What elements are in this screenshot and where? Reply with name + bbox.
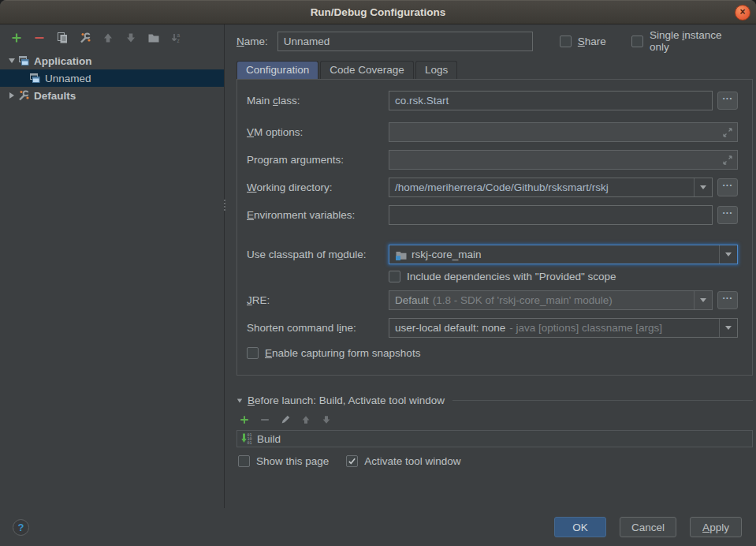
program-arguments-label: Program arguments: [247, 154, 389, 166]
vm-options-row: VM options: [247, 122, 738, 142]
create-folder-button[interactable] [147, 32, 160, 44]
tab-logs[interactable]: Logs [415, 61, 457, 79]
copy-configuration-button[interactable] [56, 32, 69, 44]
move-down-button[interactable] [125, 32, 137, 44]
chevron-down-icon [725, 326, 732, 330]
environment-variables-row: Environment variables: ... [247, 205, 738, 225]
use-classpath-combo[interactable]: rskj-core_main [389, 245, 738, 264]
expand-collapse-arrow[interactable] [6, 58, 17, 63]
application-icon [28, 72, 41, 84]
shorten-command-line-label: Shorten command line: [247, 322, 389, 334]
expand-field-icon[interactable] [721, 126, 734, 139]
run-debug-configurations-dialog: Run/Debug Configurations × [0, 0, 756, 546]
configurations-tree: Application Unnamed Defaults [0, 52, 224, 104]
edit-defaults-button[interactable] [79, 32, 91, 44]
jre-row: JRE: Default (1.8 - SDK of 'rskj-core_ma… [247, 290, 738, 310]
before-launch-add-button[interactable] [239, 414, 250, 425]
help-button[interactable]: ? [13, 519, 29, 536]
arrow-up-icon [102, 32, 114, 44]
main-class-row: Main class: co.rsk.Start ... [247, 91, 738, 110]
add-configuration-button[interactable] [10, 32, 23, 44]
close-button[interactable]: × [735, 5, 750, 21]
include-provided-checkbox[interactable] [389, 271, 400, 282]
working-directory-row: Working directory: /home/meriherrera/Cod… [247, 178, 738, 197]
module-icon [395, 249, 408, 261]
add-icon [10, 32, 23, 44]
tree-node-application[interactable]: Application [0, 52, 224, 69]
use-classpath-row: Use classpath of module: rskj-core_main [247, 245, 738, 264]
configurations-sidebar: az Application Unnamed [0, 24, 225, 508]
main-class-browse-button[interactable]: ... [717, 92, 738, 110]
include-provided-row: Include dependencies with "Provided" sco… [247, 271, 738, 282]
close-icon: × [739, 6, 745, 17]
ok-button[interactable]: OK [554, 517, 606, 537]
wrench-icon [79, 32, 91, 44]
environment-variables-browse-button[interactable]: ... [717, 206, 738, 224]
arrow-up-icon [300, 414, 311, 425]
dropdown-arrow-button[interactable] [694, 291, 712, 309]
build-icon: 011001 [240, 432, 253, 445]
before-launch-task-build[interactable]: 011001 Build [236, 430, 753, 447]
chevron-down-icon [9, 58, 15, 63]
configuration-editor: Name: Share Single instance only Configu… [225, 24, 756, 508]
dropdown-arrow-button[interactable] [694, 178, 712, 196]
before-launch-move-down-button[interactable] [321, 414, 332, 425]
single-instance-label: Single instance only [650, 29, 743, 53]
show-this-page-checkbox[interactable] [238, 455, 250, 467]
tree-node-label: Unnamed [45, 73, 91, 84]
vm-options-label: VM options: [247, 126, 389, 138]
jre-browse-button[interactable]: ... [717, 291, 738, 309]
folder-icon [147, 32, 160, 44]
svg-text:a: a [177, 32, 181, 37]
tree-node-defaults[interactable]: Defaults [0, 87, 224, 104]
program-arguments-field[interactable] [389, 150, 738, 170]
vm-options-field[interactable] [389, 122, 738, 142]
move-up-button[interactable] [102, 32, 114, 44]
environment-variables-label: Environment variables: [247, 209, 389, 221]
jre-combo[interactable]: Default (1.8 - SDK of 'rskj-core_main' m… [389, 290, 713, 310]
sort-configurations-button[interactable]: az [170, 32, 183, 44]
remove-icon [33, 32, 46, 44]
tree-node-unnamed[interactable]: Unnamed [0, 69, 224, 87]
tab-code-coverage[interactable]: Code Coverage [320, 61, 414, 79]
enable-capturing-checkbox[interactable] [247, 347, 259, 359]
activate-tool-window-checkbox[interactable] [346, 455, 358, 467]
window-title: Run/Debug Configurations [311, 6, 446, 18]
splitter-grip[interactable] [222, 200, 226, 220]
collapse-arrow-icon [237, 398, 242, 402]
expand-field-icon[interactable] [721, 154, 734, 166]
name-row: Name: Share Single instance only [236, 31, 753, 51]
share-checkbox[interactable] [560, 36, 572, 47]
cancel-button[interactable]: Cancel [620, 517, 676, 537]
before-launch-header[interactable]: Before launch: Build, Activate tool wind… [236, 395, 753, 406]
before-launch-edit-button[interactable] [280, 414, 291, 425]
pencil-icon [280, 414, 291, 425]
tree-node-label: Application [34, 55, 92, 67]
apply-button[interactable]: Apply [690, 517, 742, 537]
single-instance-option: Single instance only [631, 29, 753, 53]
before-launch-remove-button[interactable] [259, 414, 270, 425]
tab-configuration[interactable]: Configuration [236, 61, 318, 79]
copy-icon [56, 32, 69, 44]
dropdown-arrow-button[interactable] [719, 319, 737, 337]
environment-variables-field[interactable] [389, 205, 713, 225]
remove-configuration-button[interactable] [33, 32, 46, 44]
task-label: Build [257, 433, 281, 445]
working-directory-browse-button[interactable]: ... [717, 178, 738, 196]
chevron-down-icon [725, 252, 732, 256]
title-bar[interactable]: Run/Debug Configurations × [0, 0, 756, 24]
single-instance-checkbox[interactable] [631, 36, 643, 47]
remove-icon [259, 414, 270, 425]
expand-collapse-arrow[interactable] [6, 92, 17, 99]
before-launch-move-up-button[interactable] [300, 414, 311, 425]
shorten-command-line-combo[interactable]: user-local default: none - java [options… [389, 318, 738, 338]
configuration-tab-panel: Main class: co.rsk.Start ... VM options: [236, 79, 753, 376]
working-directory-combo[interactable]: /home/meriherrera/Code/Github/rsksmart/r… [389, 178, 713, 197]
main-class-label: Main class: [247, 95, 389, 107]
main-class-field[interactable]: co.rsk.Start [389, 91, 713, 110]
name-input[interactable] [277, 32, 533, 51]
arrow-down-icon [125, 32, 137, 44]
dropdown-arrow-button[interactable] [719, 245, 737, 264]
program-arguments-row: Program arguments: [247, 150, 738, 170]
svg-text:z: z [177, 38, 180, 43]
